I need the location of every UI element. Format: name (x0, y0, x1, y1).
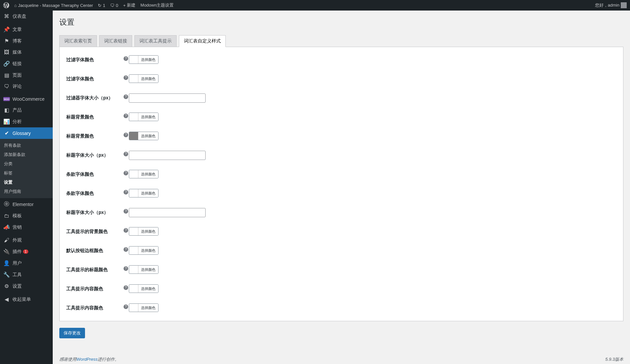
howdy-link[interactable]: 您好，admin (595, 2, 627, 8)
home-icon: ⌂ (14, 3, 17, 8)
tab-links[interactable]: 词汇表链接 (99, 35, 132, 47)
color-picker[interactable]: 选择颜色 (129, 227, 158, 236)
menu-tools[interactable]: 🔧工具 (0, 269, 53, 280)
menu-analytics[interactable]: 📊分析 (0, 116, 53, 127)
menu-media[interactable]: 🖾媒体 (0, 47, 53, 58)
help-icon[interactable]: ? (124, 152, 128, 156)
help-icon[interactable]: ? (124, 94, 128, 99)
wordpress-link[interactable]: WordPress (76, 357, 98, 362)
help-icon[interactable]: ? (124, 209, 128, 214)
help-icon[interactable]: ? (124, 75, 128, 80)
save-button[interactable]: 保存更改 (59, 328, 85, 338)
number-input[interactable] (129, 151, 206, 160)
field-label: 工具提示内容颜色 (60, 299, 126, 318)
color-picker[interactable]: 选择颜色 (129, 246, 158, 255)
menu-templates[interactable]: 🗀模板 (0, 210, 53, 221)
color-picker[interactable]: 选择颜色 (129, 284, 158, 293)
wordpress-icon (3, 2, 9, 8)
plus-icon: + (123, 3, 126, 8)
help-icon[interactable]: ? (124, 190, 128, 195)
color-swatch (129, 304, 138, 312)
help-icon[interactable]: ? (124, 247, 128, 252)
menu-appearance[interactable]: 🖌外观 (0, 235, 53, 246)
select-color-button[interactable]: 选择颜色 (138, 285, 158, 293)
menu-elementor[interactable]: ⓔElementor (0, 198, 53, 210)
help-icon[interactable]: ? (124, 304, 128, 309)
submenu-guide[interactable]: 用户指南 (0, 187, 53, 196)
select-color-button[interactable]: 选择颜色 (138, 227, 158, 235)
menu-users[interactable]: 👤用户 (0, 257, 53, 269)
flag-icon: ⚑ (3, 38, 10, 44)
submenu-tags[interactable]: 标签 (0, 169, 53, 178)
select-color-button[interactable]: 选择颜色 (138, 75, 158, 83)
select-color-button[interactable]: 选择颜色 (138, 304, 158, 312)
update-icon: ↻ (98, 3, 101, 8)
modown-link[interactable]: Modown主题设置 (140, 2, 174, 8)
menu-pages[interactable]: ▤页面 (0, 69, 53, 81)
help-icon[interactable]: ? (124, 171, 128, 175)
comment-icon: 🗨 (110, 3, 114, 8)
footer-version: 5.9.3版本 (605, 356, 623, 362)
site-link[interactable]: ⌂Jacqueline - Massage Theraphy Center (14, 3, 93, 8)
number-input[interactable] (129, 93, 206, 103)
color-picker[interactable]: 选择颜色 (129, 55, 158, 64)
menu-comments[interactable]: 🗨评论 (0, 81, 53, 92)
submenu-cat[interactable]: 分类 (0, 159, 53, 169)
number-input[interactable] (129, 208, 206, 217)
color-swatch (129, 285, 138, 293)
brush-icon: 🖌 (3, 237, 10, 243)
color-picker[interactable]: 选择颜色 (129, 303, 158, 312)
menu-plugins[interactable]: 🔌插件1 (0, 246, 53, 257)
select-color-button[interactable]: 选择颜色 (138, 266, 158, 273)
menu-glossary[interactable]: ✔Glossary (0, 127, 53, 139)
tab-tooltip[interactable]: 词汇表工具提示 (134, 35, 177, 47)
color-picker[interactable]: 选择颜色 (129, 113, 158, 121)
tab-index[interactable]: 词汇表索引页 (59, 35, 97, 47)
select-color-button[interactable]: 选择颜色 (138, 247, 158, 254)
menu-marketing[interactable]: 📣营销 (0, 221, 53, 233)
menu-posts[interactable]: 📌文章 (0, 24, 53, 35)
help-icon[interactable]: ? (124, 133, 128, 137)
wp-logo[interactable] (3, 2, 9, 8)
select-color-button[interactable]: 选择颜色 (138, 170, 158, 178)
submenu-all[interactable]: 所有条款 (0, 141, 53, 150)
menu-settings[interactable]: ⚙设置 (0, 280, 53, 292)
menu-blog[interactable]: ⚑博客 (0, 35, 53, 47)
select-color-button[interactable]: 选择颜色 (138, 189, 158, 197)
menu-links[interactable]: 🔗链接 (0, 58, 53, 69)
menu-dashboard[interactable]: ⌘仪表盘 (0, 11, 53, 22)
sliders-icon: ⚙ (3, 283, 10, 289)
help-icon[interactable]: ? (124, 285, 128, 290)
submenu-settings[interactable]: 设置 (0, 178, 53, 187)
menu-woocommerce[interactable]: wooWooCommerce (0, 94, 53, 104)
dashboard-icon: ⌘ (3, 13, 10, 19)
help-icon[interactable]: ? (124, 228, 128, 233)
menu-products[interactable]: ◧产品 (0, 104, 53, 116)
comments-link[interactable]: 🗨0 (110, 3, 118, 8)
color-picker[interactable]: 选择颜色 (129, 132, 158, 140)
field-label: 标题字体大小（px） (60, 203, 126, 222)
select-color-button[interactable]: 选择颜色 (138, 132, 158, 140)
color-picker[interactable]: 选择颜色 (129, 265, 158, 274)
updates-link[interactable]: ↻1 (98, 3, 105, 8)
field-label: 过滤字体颜色 (60, 50, 126, 69)
field-label: 默认按钮边框颜色 (60, 241, 126, 260)
form-table: 过滤字体颜色?选择颜色过滤字体颜色?选择颜色过滤器字体大小（px）?标题背景颜色… (60, 50, 623, 318)
help-icon[interactable]: ? (124, 266, 128, 271)
tab-custom[interactable]: 词汇表自定义样式 (179, 35, 226, 47)
menu-collapse[interactable]: ◀收起菜单 (0, 294, 53, 305)
new-link[interactable]: +新建 (123, 2, 136, 8)
avatar (621, 2, 627, 8)
page-icon: ▤ (3, 72, 10, 78)
submenu-add[interactable]: 添加新条款 (0, 150, 53, 159)
nav-tabs: 词汇表索引页 词汇表链接 词汇表工具提示 词汇表自定义样式 (59, 32, 623, 47)
woo-icon: woo (3, 97, 10, 101)
help-icon[interactable]: ? (124, 114, 128, 118)
help-icon[interactable]: ? (124, 56, 128, 61)
color-swatch (129, 227, 138, 235)
color-picker[interactable]: 选择颜色 (129, 189, 158, 197)
color-picker[interactable]: 选择颜色 (129, 170, 158, 178)
select-color-button[interactable]: 选择颜色 (138, 113, 158, 121)
select-color-button[interactable]: 选择颜色 (138, 56, 158, 64)
color-picker[interactable]: 选择颜色 (129, 74, 158, 83)
